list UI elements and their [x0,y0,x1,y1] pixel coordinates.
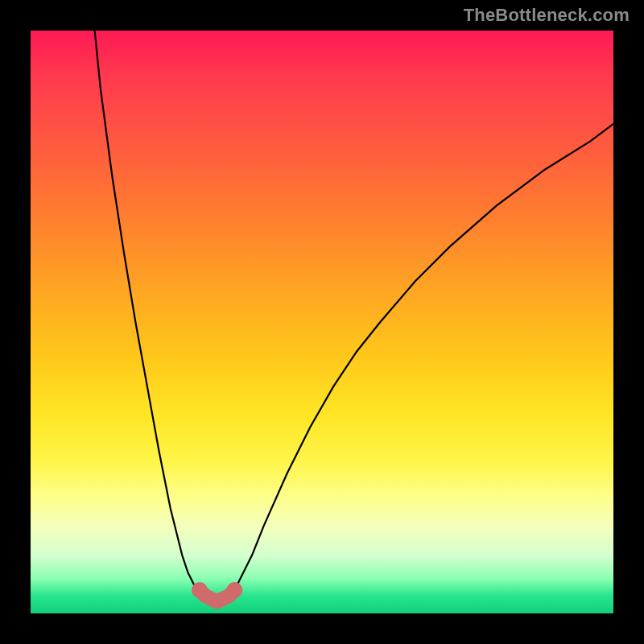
curve-svg [31,31,613,613]
plot-area [31,31,613,613]
svg-point-0 [192,582,208,598]
chart-frame: TheBottleneck.com [0,0,644,644]
watermark-text: TheBottleneck.com [464,5,630,26]
svg-point-1 [226,582,242,598]
valley-marker [192,582,242,601]
bottleneck-curve [95,31,613,590]
